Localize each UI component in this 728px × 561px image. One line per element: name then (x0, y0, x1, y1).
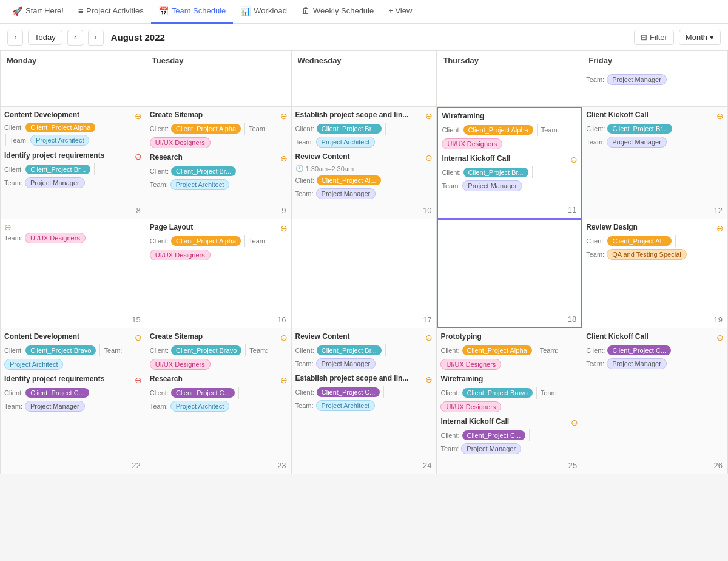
tag-project-manager[interactable]: Project Manager (607, 74, 667, 85)
task-card-pm-partial: Team: Project Manager (586, 74, 724, 85)
task-content-dev-8: Content Development ⊖ Client: Client_Pro… (4, 110, 142, 146)
tag-client-bravo-full[interactable]: Client_Project Bravo (462, 388, 533, 398)
month-title: August 2022 (111, 32, 165, 42)
tag-client-bravo[interactable]: Client_Project Br... (607, 124, 672, 134)
tag-client-bravo[interactable]: Client_Project Br... (25, 165, 90, 174)
day-number-19: 19 (714, 315, 723, 324)
day-number-18: 18 (568, 314, 576, 324)
tag-client-al[interactable]: Client_Project Al... (607, 236, 672, 246)
tag-client-charlie[interactable]: Client_Project C... (607, 345, 671, 355)
tag-client-bravo[interactable]: Client_Project Br... (463, 168, 528, 177)
tag-client-charlie[interactable]: Client_Project C... (25, 388, 89, 398)
task-establish-24: Establish project scope and lin... ⊖ Cli… (295, 374, 433, 411)
day-cell-19: Review Design ⊖ Client: Client_Project A… (582, 219, 728, 328)
today-button[interactable]: Today (28, 30, 62, 45)
tab-team-schedule[interactable]: 📅 Team Schedule (151, 0, 234, 24)
day-cell-partial-fri: Team: Project Manager (582, 70, 728, 107)
day-cell-8: Content Development ⊖ Client: Client_Pro… (1, 107, 146, 219)
task-identify-22: Identify project requirements ⊖ Client: … (4, 375, 142, 412)
tag-project-architect[interactable]: Project Architect (170, 179, 229, 190)
prev-period-button[interactable]: ‹ (7, 30, 23, 46)
tab-workload[interactable]: 📊 Workload (233, 0, 294, 24)
tag-client-alpha[interactable]: Client_Project Alpha (462, 345, 532, 355)
tag-uiux[interactable]: UI/UX Designers (440, 401, 501, 412)
clock-icon: 🕐 (295, 165, 304, 172)
tag-client-bravo-full[interactable]: Client_Project Bravo (171, 345, 241, 355)
tag-project-architect[interactable]: Project Architect (316, 137, 375, 148)
tag-project-architect[interactable]: Project Architect (4, 359, 63, 370)
task-wireframing-25: Wireframing Client: Client_Project Bravo… (440, 375, 578, 412)
task-identify-8: Identify project requirements ⊖ Client: … (4, 151, 142, 188)
tag-uiux[interactable]: UI/UX Designers (440, 359, 501, 370)
tab-weekly-schedule[interactable]: 🗓 Weekly Schedule (294, 0, 381, 24)
minus-icon: ⊖ (425, 375, 433, 384)
minus-icon: ⊖ (425, 112, 433, 120)
day-cell-22: Content Development ⊖ Client: Client_Pro… (1, 328, 146, 474)
day-cell-26: Client Kickoff Call ⊖ Client: Client_Pro… (582, 328, 728, 474)
minus-icon: ⊖ (571, 418, 578, 427)
task-internal-kickoff-25: Internal Kickoff Call ⊖ Client: Client_P… (440, 417, 578, 454)
day-number-26: 26 (714, 461, 723, 470)
filter-button[interactable]: ⊟ Filter (634, 30, 674, 45)
tag-client-alpha[interactable]: Client_Project Alpha (25, 123, 95, 132)
tag-project-manager[interactable]: Project Manager (25, 401, 85, 412)
tag-project-manager[interactable]: Project Manager (316, 358, 376, 369)
tag-client-bravo[interactable]: Client_Project Br... (317, 345, 382, 355)
day-header-thursday: Thursday (437, 51, 582, 70)
calendar-icon: 📅 (158, 6, 169, 16)
chevron-down-icon: ▾ (710, 33, 714, 42)
tag-client-alpha[interactable]: Client_Project Alpha (171, 236, 241, 246)
tag-client-al[interactable]: Client_Project Al... (317, 175, 381, 185)
tag-client-alpha[interactable]: Client_Project Alpha (463, 125, 533, 135)
tag-uiux[interactable]: UI/UX Designers (25, 233, 86, 243)
tag-client-bravo-full[interactable]: Client_Project Bravo (25, 345, 96, 355)
month-view-button[interactable]: Month ▾ (679, 30, 721, 45)
next-arrow-button[interactable]: › (88, 30, 104, 46)
day-cell-partial-thu (437, 70, 582, 107)
tag-client-charlie[interactable]: Client_Project C... (462, 430, 526, 440)
day-cell-16: Page Layout ⊖ Client: Client_Project Alp… (146, 219, 292, 328)
day-number-9: 9 (281, 206, 286, 215)
tag-project-architect[interactable]: Project Architect (170, 401, 229, 412)
minus-icon: ⊖ (425, 333, 433, 342)
tab-project-activities[interactable]: ≡ Project Activities (71, 0, 151, 24)
task-row: Team: Project Manager (586, 74, 724, 85)
tag-client-bravo[interactable]: Client_Project Br... (317, 124, 382, 134)
minus-icon: ⊖ (280, 154, 288, 163)
task-research-23: Research ⊖ Client: Client_Project C... T… (150, 375, 288, 412)
workload-icon: 📊 (240, 6, 251, 16)
list-icon: ≡ (78, 6, 83, 16)
tag-qa[interactable]: QA and Testing Special (607, 249, 687, 260)
tag-client-charlie[interactable]: Client_Project C... (171, 388, 235, 398)
tag-client-bravo[interactable]: Client_Project Br... (171, 166, 236, 176)
day-number-12: 12 (714, 206, 723, 215)
tag-project-manager[interactable]: Project Manager (316, 188, 376, 199)
minus-red-icon: ⊖ (135, 376, 142, 384)
tag-client-alpha[interactable]: Client_Project Alpha (171, 124, 241, 134)
tag-uiux[interactable]: UI/UX Designers (150, 250, 211, 260)
tag-project-manager[interactable]: Project Manager (607, 358, 667, 369)
day-number-22: 22 (132, 461, 140, 470)
day-cell-23: Create Sitemap ⊖ Client: Client_Project … (146, 328, 292, 474)
day-cell-partial-tue (146, 70, 292, 107)
minus-icon: ⊖ (716, 112, 724, 120)
tag-uiux[interactable]: UI/UX Designers (150, 359, 211, 370)
tab-start[interactable]: 🚀 Start Here! (5, 0, 71, 24)
tag-project-architect[interactable]: Project Architect (30, 135, 89, 146)
prev-arrow-button[interactable]: ‹ (67, 30, 83, 46)
tab-view[interactable]: + View (381, 0, 419, 24)
tag-client-charlie[interactable]: Client_Project C... (317, 387, 380, 397)
day-cell-15: ⊖ Team: UI/UX Designers 15 (1, 219, 146, 328)
day-number-10: 10 (423, 206, 431, 215)
tag-project-manager[interactable]: Project Manager (607, 137, 667, 148)
task-establish-10: Establish project scope and lin... ⊖ Cli… (295, 110, 433, 148)
tag-project-manager[interactable]: Project Manager (462, 180, 522, 191)
task-prototyping-25: Prototyping Client: Client_Project Alpha… (440, 332, 578, 370)
task-content-dev-22: Content Development ⊖ Client: Client_Pro… (4, 332, 142, 370)
tag-project-manager[interactable]: Project Manager (25, 177, 85, 188)
tag-project-manager[interactable]: Project Manager (461, 443, 521, 454)
tag-uiux[interactable]: UI/UX Designers (150, 137, 211, 148)
tag-project-architect[interactable]: Project Architect (316, 400, 375, 411)
tag-uiux[interactable]: UI/UX Designers (442, 138, 502, 149)
task-client-kickoff-26: Client Kickoff Call ⊖ Client: Client_Pro… (586, 332, 724, 369)
